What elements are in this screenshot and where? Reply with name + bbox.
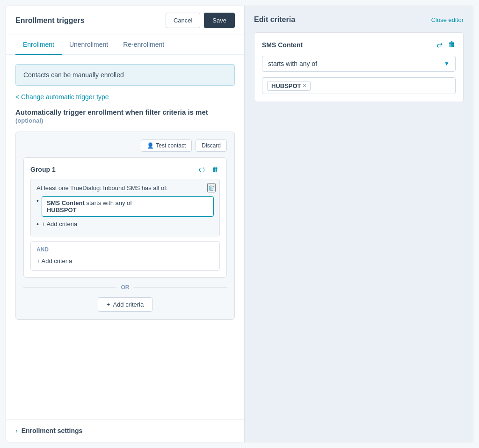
or-text: OR (121, 284, 130, 291)
group-box: Group 1 ⭯ 🗑 🗑 At least one TrueDialog: I… (23, 157, 227, 278)
and-section: AND + Add criteria (30, 241, 220, 271)
manually-enrolled-box: Contacts can be manually enrolled (15, 64, 235, 86)
enrollment-settings-label: Enrollment settings (22, 427, 83, 434)
plus-icon: + (107, 301, 110, 308)
group-delete-button[interactable]: 🗑 (211, 164, 220, 174)
cancel-button[interactable]: Cancel (166, 13, 200, 28)
tabs-container: Enrollment Unenrollment Re-enrollment (6, 35, 244, 55)
criteria-tag-box[interactable]: SMS Content starts with any of HUBSPOT (42, 196, 214, 217)
right-header: Edit criteria Close editor (254, 15, 464, 24)
save-button[interactable]: Save (204, 13, 235, 28)
discard-button[interactable]: Discard (196, 140, 227, 152)
criteria-header-text: At least one TrueDialog: Inbound SMS has… (36, 184, 214, 192)
bullet-point: • (36, 197, 39, 205)
auto-trigger-subtitle: (optional) (15, 117, 43, 124)
add-criteria-item: • + Add criteria (36, 220, 214, 228)
tab-reenrollment[interactable]: Re-enrollment (116, 35, 172, 55)
tab-enrollment[interactable]: Enrollment (15, 35, 62, 55)
hubspot-tag: HUBSPOT × (267, 81, 311, 91)
group-header: Group 1 ⭯ 🗑 (30, 164, 220, 174)
left-panel: Enrollment triggers Cancel Save Enrollme… (6, 6, 245, 442)
header-buttons: Cancel Save (166, 13, 235, 28)
tag-input[interactable]: HUBSPOT × (262, 77, 456, 94)
criteria-field-name: SMS Content (262, 41, 303, 49)
criteria-editor-card: SMS Content ⇄ 🗑 starts with any of ▼ HUB… (254, 32, 464, 102)
add-criteria-button-2[interactable]: + Add criteria (36, 257, 72, 265)
delete-icon[interactable]: 🗑 (448, 40, 456, 49)
test-contact-button[interactable]: 👤 Test contact (141, 140, 192, 152)
criteria-item: • SMS Content starts with any of HUBSPOT (36, 196, 214, 217)
criteria-editor-header: SMS Content ⇄ 🗑 (262, 40, 456, 49)
auto-trigger-section: Automatically trigger enrollment when fi… (15, 108, 235, 124)
and-label: AND (36, 246, 214, 253)
tag-remove-button[interactable]: × (303, 82, 306, 89)
or-line-right (134, 287, 227, 288)
criteria-editor-icons: ⇄ 🗑 (436, 40, 456, 49)
group-icons: ⭯ 🗑 (197, 164, 220, 174)
filter-actions: 👤 Test contact Discard (23, 140, 227, 152)
or-divider: OR (23, 284, 227, 291)
group-title: Group 1 (30, 166, 56, 173)
bullet-point-2: • (36, 220, 39, 228)
panel-title: Enrollment triggers (15, 16, 85, 25)
swap-icon[interactable]: ⇄ (436, 40, 443, 49)
enrollment-settings[interactable]: › Enrollment settings (6, 419, 244, 442)
add-criteria-button-3[interactable]: + Add criteria (98, 297, 152, 312)
left-content: Contacts can be manually enrolled < Chan… (6, 55, 244, 419)
tab-unenrollment[interactable]: Unenrollment (62, 35, 116, 55)
criteria-card: 🗑 At least one TrueDialog: Inbound SMS h… (30, 179, 220, 236)
person-icon: 👤 (147, 142, 154, 149)
add-criteria-button-1[interactable]: + Add criteria (42, 220, 77, 228)
change-trigger-link[interactable]: < Change automatic trigger type (15, 93, 109, 101)
panel-header: Enrollment triggers Cancel Save (6, 6, 244, 35)
add-criteria-bottom: + Add criteria (23, 297, 227, 312)
right-panel: Edit criteria Close editor SMS Content ⇄… (245, 6, 473, 442)
dropdown-arrow-icon: ▼ (444, 60, 450, 67)
operator-dropdown[interactable]: starts with any of ▼ (262, 56, 456, 72)
auto-trigger-title: Automatically trigger enrollment when fi… (15, 108, 235, 124)
group-copy-button[interactable]: ⭯ (197, 164, 206, 174)
filter-box: 👤 Test contact Discard Group 1 ⭯ (15, 132, 235, 320)
chevron-right-icon: › (15, 427, 18, 434)
close-editor-button[interactable]: Close editor (431, 16, 464, 23)
right-panel-title: Edit criteria (254, 15, 295, 24)
or-line-left (23, 287, 116, 288)
criteria-delete-button[interactable]: 🗑 (207, 183, 216, 192)
